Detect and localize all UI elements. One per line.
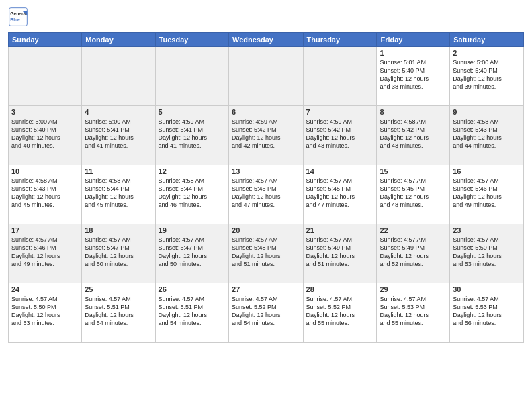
weekday-header-tuesday: Tuesday: [155, 33, 228, 47]
day-number: 16: [453, 167, 521, 175]
day-number: 27: [232, 285, 300, 293]
calendar-cell: 2Sunrise: 5:00 AM Sunset: 5:40 PM Daylig…: [450, 47, 524, 106]
day-number: 19: [159, 226, 226, 234]
calendar-week-5: 24Sunrise: 4:57 AM Sunset: 5:50 PM Dayli…: [9, 283, 524, 342]
calendar-cell: 27Sunrise: 4:57 AM Sunset: 5:52 PM Dayli…: [229, 283, 304, 342]
calendar-week-1: 1Sunrise: 5:01 AM Sunset: 5:40 PM Daylig…: [9, 47, 524, 106]
calendar-cell: 3Sunrise: 5:00 AM Sunset: 5:40 PM Daylig…: [9, 106, 82, 165]
logo-icon: General Blue: [8, 7, 28, 27]
day-number: 1: [380, 49, 447, 57]
calendar-cell: 28Sunrise: 4:57 AM Sunset: 5:52 PM Dayli…: [303, 283, 377, 342]
calendar-week-2: 3Sunrise: 5:00 AM Sunset: 5:40 PM Daylig…: [9, 106, 524, 165]
day-info: Sunrise: 5:00 AM Sunset: 5:40 PM Dayligh…: [11, 118, 79, 150]
calendar-cell: 17Sunrise: 4:57 AM Sunset: 5:46 PM Dayli…: [9, 224, 82, 283]
day-number: 17: [11, 226, 79, 234]
day-info: Sunrise: 4:57 AM Sunset: 5:51 PM Dayligh…: [159, 295, 226, 328]
calendar-cell: 1Sunrise: 5:01 AM Sunset: 5:40 PM Daylig…: [377, 47, 450, 106]
day-info: Sunrise: 4:57 AM Sunset: 5:46 PM Dayligh…: [11, 236, 79, 269]
calendar-week-3: 10Sunrise: 4:58 AM Sunset: 5:43 PM Dayli…: [9, 165, 524, 224]
day-info: Sunrise: 4:58 AM Sunset: 5:44 PM Dayligh…: [85, 177, 152, 210]
day-number: 5: [159, 108, 226, 116]
day-number: 2: [453, 49, 521, 57]
weekday-header-saturday: Saturday: [450, 33, 524, 47]
day-info: Sunrise: 4:57 AM Sunset: 5:50 PM Dayligh…: [11, 295, 79, 328]
day-info: Sunrise: 4:57 AM Sunset: 5:52 PM Dayligh…: [232, 295, 300, 328]
day-number: 6: [232, 108, 300, 116]
weekday-header-sunday: Sunday: [9, 33, 82, 47]
calendar-week-4: 17Sunrise: 4:57 AM Sunset: 5:46 PM Dayli…: [9, 224, 524, 283]
day-info: Sunrise: 4:59 AM Sunset: 5:42 PM Dayligh…: [306, 118, 374, 150]
calendar-cell: [303, 47, 377, 106]
day-number: 11: [85, 167, 152, 175]
calendar-cell: 25Sunrise: 4:57 AM Sunset: 5:51 PM Dayli…: [82, 283, 155, 342]
calendar-cell: 15Sunrise: 4:57 AM Sunset: 5:45 PM Dayli…: [377, 165, 450, 224]
day-number: 20: [232, 226, 300, 234]
day-number: 4: [85, 108, 152, 116]
day-number: 24: [11, 285, 79, 293]
calendar-cell: 12Sunrise: 4:58 AM Sunset: 5:44 PM Dayli…: [155, 165, 228, 224]
calendar-body: 1Sunrise: 5:01 AM Sunset: 5:40 PM Daylig…: [9, 47, 524, 342]
calendar-table: SundayMondayTuesdayWednesdayThursdayFrid…: [8, 32, 524, 342]
calendar-cell: 13Sunrise: 4:57 AM Sunset: 5:45 PM Dayli…: [229, 165, 304, 224]
calendar-cell: 19Sunrise: 4:57 AM Sunset: 5:47 PM Dayli…: [155, 224, 228, 283]
day-number: 26: [159, 285, 226, 293]
day-info: Sunrise: 4:57 AM Sunset: 5:48 PM Dayligh…: [232, 236, 300, 269]
day-number: 10: [11, 167, 79, 175]
day-info: Sunrise: 4:57 AM Sunset: 5:47 PM Dayligh…: [159, 236, 226, 269]
day-number: 21: [306, 226, 374, 234]
calendar-cell: 29Sunrise: 4:57 AM Sunset: 5:53 PM Dayli…: [377, 283, 450, 342]
day-number: 29: [380, 285, 447, 293]
page-container: General Blue SundayMondayTuesdayWednesda…: [0, 0, 532, 347]
day-info: Sunrise: 5:00 AM Sunset: 5:41 PM Dayligh…: [85, 118, 152, 150]
calendar-cell: 20Sunrise: 4:57 AM Sunset: 5:48 PM Dayli…: [229, 224, 304, 283]
calendar-cell: 4Sunrise: 5:00 AM Sunset: 5:41 PM Daylig…: [82, 106, 155, 165]
weekday-header-row: SundayMondayTuesdayWednesdayThursdayFrid…: [9, 33, 524, 47]
calendar-cell: 11Sunrise: 4:58 AM Sunset: 5:44 PM Dayli…: [82, 165, 155, 224]
day-number: 12: [159, 167, 226, 175]
day-info: Sunrise: 4:57 AM Sunset: 5:51 PM Dayligh…: [85, 295, 152, 328]
calendar-cell: 26Sunrise: 4:57 AM Sunset: 5:51 PM Dayli…: [155, 283, 228, 342]
day-info: Sunrise: 4:59 AM Sunset: 5:42 PM Dayligh…: [232, 118, 300, 150]
weekday-header-wednesday: Wednesday: [229, 33, 304, 47]
calendar-cell: 24Sunrise: 4:57 AM Sunset: 5:50 PM Dayli…: [9, 283, 82, 342]
weekday-header-friday: Friday: [377, 33, 450, 47]
calendar-cell: 9Sunrise: 4:58 AM Sunset: 5:43 PM Daylig…: [450, 106, 524, 165]
calendar-cell: 21Sunrise: 4:57 AM Sunset: 5:49 PM Dayli…: [303, 224, 377, 283]
day-info: Sunrise: 4:58 AM Sunset: 5:43 PM Dayligh…: [11, 177, 79, 210]
day-number: 13: [232, 167, 300, 175]
day-number: 30: [453, 285, 521, 293]
calendar-cell: [82, 47, 155, 106]
day-number: 14: [306, 167, 374, 175]
day-number: 15: [380, 167, 447, 175]
svg-text:Blue: Blue: [10, 17, 20, 22]
day-info: Sunrise: 4:58 AM Sunset: 5:42 PM Dayligh…: [380, 118, 447, 150]
day-info: Sunrise: 4:57 AM Sunset: 5:45 PM Dayligh…: [380, 177, 447, 210]
day-number: 7: [306, 108, 374, 116]
calendar-cell: [9, 47, 82, 106]
weekday-header-monday: Monday: [82, 33, 155, 47]
day-info: Sunrise: 4:57 AM Sunset: 5:49 PM Dayligh…: [380, 236, 447, 269]
day-info: Sunrise: 4:57 AM Sunset: 5:46 PM Dayligh…: [453, 177, 521, 210]
calendar-cell: 30Sunrise: 4:57 AM Sunset: 5:53 PM Dayli…: [450, 283, 524, 342]
calendar-cell: 8Sunrise: 4:58 AM Sunset: 5:42 PM Daylig…: [377, 106, 450, 165]
day-info: Sunrise: 4:58 AM Sunset: 5:43 PM Dayligh…: [453, 118, 521, 150]
day-info: Sunrise: 4:57 AM Sunset: 5:45 PM Dayligh…: [306, 177, 374, 210]
day-info: Sunrise: 5:00 AM Sunset: 5:40 PM Dayligh…: [453, 58, 521, 91]
weekday-header-thursday: Thursday: [303, 33, 377, 47]
day-info: Sunrise: 4:57 AM Sunset: 5:49 PM Dayligh…: [306, 236, 374, 269]
day-info: Sunrise: 4:58 AM Sunset: 5:44 PM Dayligh…: [159, 177, 226, 210]
day-number: 18: [85, 226, 152, 234]
calendar-cell: 23Sunrise: 4:57 AM Sunset: 5:50 PM Dayli…: [450, 224, 524, 283]
calendar-cell: 14Sunrise: 4:57 AM Sunset: 5:45 PM Dayli…: [303, 165, 377, 224]
day-info: Sunrise: 4:57 AM Sunset: 5:52 PM Dayligh…: [306, 295, 374, 328]
calendar-cell: [155, 47, 228, 106]
calendar-cell: 10Sunrise: 4:58 AM Sunset: 5:43 PM Dayli…: [9, 165, 82, 224]
day-number: 3: [11, 108, 79, 116]
day-number: 9: [453, 108, 521, 116]
calendar-cell: 22Sunrise: 4:57 AM Sunset: 5:49 PM Dayli…: [377, 224, 450, 283]
calendar-header: SundayMondayTuesdayWednesdayThursdayFrid…: [9, 33, 524, 47]
day-number: 8: [380, 108, 447, 116]
day-info: Sunrise: 4:57 AM Sunset: 5:53 PM Dayligh…: [453, 295, 521, 328]
day-number: 28: [306, 285, 374, 293]
day-number: 23: [453, 226, 521, 234]
